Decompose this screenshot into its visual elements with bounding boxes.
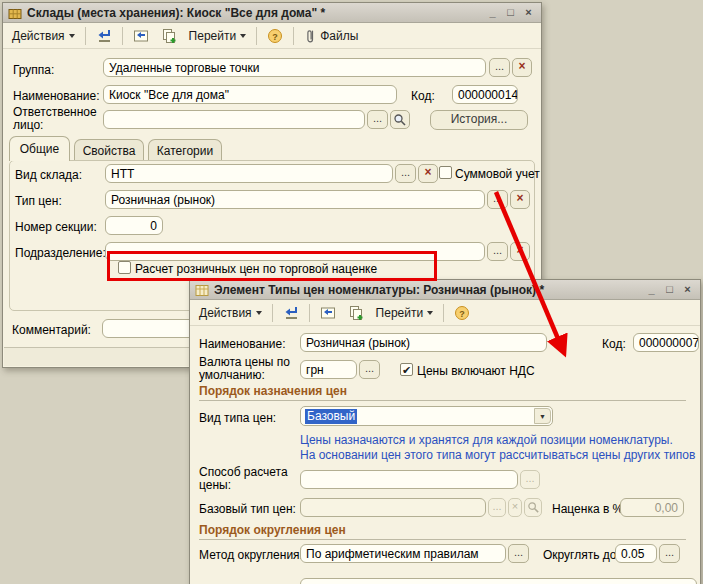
retail-markup-label[interactable]: Расчет розничных цен по торговой наценке (135, 262, 377, 276)
history-button[interactable]: История... (430, 110, 528, 130)
save-icon (96, 28, 112, 44)
section-divider (199, 400, 686, 401)
markup-label: Наценка в %: (552, 502, 627, 516)
base-price-type-clear-button[interactable]: × (508, 498, 522, 517)
warehouse-kind-select-button[interactable]: ... (395, 164, 416, 183)
name-field[interactable]: Розничная (рынок) (300, 333, 547, 352)
toolbar-separator (256, 27, 257, 45)
name-label: Наименование: (13, 89, 100, 103)
price-kind-dropdown[interactable]: Базовый ▼ (300, 406, 553, 426)
price-type-field[interactable]: Розничная (рынок) (105, 190, 485, 209)
assignment-section-title: Порядок назначения цен (199, 384, 347, 398)
chevron-down-icon (240, 34, 246, 38)
price-type-window-titlebar[interactable]: Элемент Типы цен номенклатуры: Розничная… (190, 280, 700, 300)
group-field[interactable]: Удаленные торговые точки (103, 58, 486, 77)
round-to-label: Округлять до: (543, 548, 620, 562)
price-kind-info-line1: Цены назначаются и хранятся для каждой п… (300, 433, 673, 447)
base-price-type-select-button[interactable]: ... (488, 498, 506, 517)
close-button[interactable]: × (680, 283, 695, 297)
code-field[interactable]: 000000007 (633, 333, 699, 352)
reread-icon (133, 28, 149, 44)
round-to-select-button[interactable]: ... (659, 544, 680, 563)
partial-bottom-field[interactable] (300, 578, 697, 584)
minimize-button[interactable]: _ (485, 6, 500, 20)
base-price-type-search-button[interactable] (524, 498, 542, 517)
actions-menu-button[interactable]: Действия (195, 304, 266, 322)
toolbar-separator (272, 304, 273, 322)
price-type-select-button[interactable]: ... (487, 190, 508, 209)
tab-general[interactable]: Общие (9, 136, 70, 161)
help-icon: ? (267, 28, 283, 44)
section-number-field[interactable]: 0 (105, 216, 163, 235)
minimize-button[interactable]: _ (644, 283, 659, 297)
save-button[interactable] (279, 303, 303, 323)
files-button[interactable]: Файлы (300, 26, 362, 46)
base-price-type-label: Базовый тип цен: (199, 502, 296, 516)
check-icon: ✔ (402, 364, 411, 376)
paperclip-icon (304, 28, 316, 44)
base-price-type-field[interactable] (300, 498, 486, 517)
responsible-field[interactable] (103, 110, 365, 129)
department-clear-button[interactable]: × (510, 242, 530, 261)
magnifier-icon (527, 501, 540, 514)
currency-select-button[interactable]: ... (359, 360, 380, 379)
actions-menu-button[interactable]: Действия (8, 27, 79, 45)
rounding-method-field[interactable]: По арифметическим правилам (300, 544, 506, 563)
window-title: Элемент Типы цен номенклатуры: Розничная… (214, 283, 639, 297)
save-button[interactable] (92, 26, 116, 46)
vat-label[interactable]: Цены включают НДС (417, 364, 535, 378)
department-field[interactable] (105, 242, 485, 261)
maximize-button[interactable]: □ (503, 6, 518, 20)
price-type-label: Тип цен: (15, 194, 62, 208)
help-button[interactable]: ? (450, 303, 474, 323)
responsible-search-button[interactable] (390, 110, 410, 129)
round-to-field[interactable]: 0.05 (615, 544, 657, 563)
calc-method-field[interactable] (300, 470, 518, 489)
maximize-button[interactable]: □ (662, 283, 677, 297)
reread-button[interactable] (316, 303, 340, 323)
code-field[interactable]: 000000014 (452, 85, 518, 104)
reread-button[interactable] (129, 26, 153, 46)
toolbar-separator (309, 304, 310, 322)
warehouse-kind-field[interactable]: НТТ (105, 164, 393, 183)
chevron-down-icon (427, 311, 433, 315)
reread-icon (320, 305, 336, 321)
close-button[interactable]: × (521, 6, 536, 20)
price-type-clear-button[interactable]: × (510, 190, 530, 209)
currency-field[interactable]: грн (300, 360, 357, 379)
copy-button[interactable] (157, 26, 181, 46)
responsible-label: Ответственное лицо: (13, 106, 103, 132)
markup-field[interactable]: 0,00 (620, 498, 684, 517)
department-select-button[interactable]: ... (487, 242, 508, 261)
sum-accounting-checkbox[interactable] (439, 166, 452, 179)
copy-button[interactable] (344, 303, 368, 323)
group-select-button[interactable]: ... (489, 58, 510, 77)
copy-plus-icon (161, 28, 177, 44)
retail-markup-checkbox[interactable] (118, 261, 131, 274)
calc-method-select-button[interactable]: ... (520, 470, 540, 489)
comment-label: Комментарий: (12, 323, 91, 337)
chevron-down-icon (69, 34, 75, 38)
help-button[interactable]: ? (263, 26, 287, 46)
help-icon: ? (454, 305, 470, 321)
code-label: Код: (602, 337, 626, 351)
group-clear-button[interactable]: × (512, 58, 532, 77)
department-label: Подразделение: (15, 246, 106, 260)
name-label: Наименование: (199, 337, 286, 351)
responsible-select-button[interactable]: ... (367, 110, 388, 129)
tab-categories[interactable]: Категории (148, 139, 222, 161)
sum-accounting-label[interactable]: Суммовой учет (455, 167, 540, 181)
toolbar-separator (85, 27, 86, 45)
calc-method-label: Способ расчета цены: (199, 466, 299, 492)
warehouse-window-titlebar[interactable]: Склады (места хранения): Киоск "Все для … (3, 3, 541, 23)
vat-checkbox[interactable]: ✔ (400, 363, 413, 376)
svg-text:?: ? (459, 308, 465, 318)
goto-menu-button[interactable]: Перейти (185, 27, 251, 45)
tab-properties[interactable]: Свойства (74, 139, 144, 161)
warehouse-kind-clear-button[interactable]: × (418, 164, 438, 183)
rounding-method-select-button[interactable]: ... (508, 544, 529, 563)
price-kind-info-line2: На основании цен этого типа могут рассчи… (300, 448, 695, 462)
dropdown-button[interactable]: ▼ (534, 408, 551, 424)
name-field[interactable]: Киоск "Все для дома" (103, 85, 397, 104)
goto-menu-button[interactable]: Перейти (372, 304, 438, 322)
